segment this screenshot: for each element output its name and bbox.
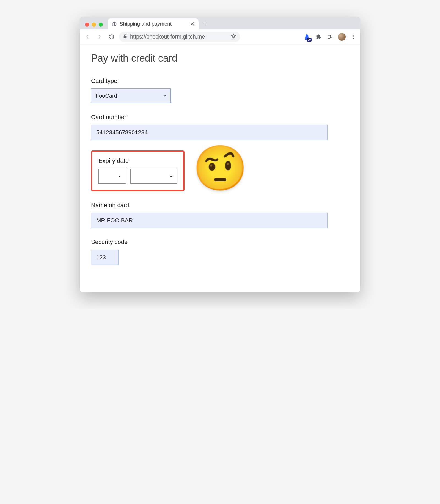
minimize-window-button[interactable]	[92, 23, 96, 27]
security-value: 123	[96, 254, 106, 261]
name-input[interactable]: MR FOO BAR	[91, 213, 328, 228]
tab-strip: Shipping and payment ✕ +	[80, 17, 360, 29]
close-tab-button[interactable]: ✕	[190, 21, 195, 27]
toolbar-right: 90	[303, 33, 357, 41]
bookmark-star-icon[interactable]	[231, 33, 236, 40]
card-number-field: Card number 5412345678901234	[91, 114, 349, 140]
tab-title: Shipping and payment	[120, 21, 172, 27]
reload-button[interactable]	[107, 32, 116, 42]
expiry-highlight-box: Expiry date	[91, 150, 185, 191]
lighthouse-extension-icon[interactable]: 90	[303, 33, 310, 40]
svg-point-1	[353, 35, 354, 35]
expiry-year-select[interactable]	[130, 169, 177, 184]
back-button[interactable]	[83, 32, 92, 42]
name-label: Name on card	[91, 202, 349, 209]
address-bar[interactable]: https://checkout-form.glitch.me	[119, 32, 240, 42]
menu-icon[interactable]	[350, 33, 357, 40]
chevron-down-icon	[163, 93, 167, 99]
svg-point-3	[353, 38, 354, 39]
close-window-button[interactable]	[85, 23, 89, 27]
window-controls	[83, 23, 106, 29]
url-text: https://checkout-form.glitch.me	[130, 34, 205, 40]
chevron-down-icon	[169, 173, 173, 180]
card-type-field: Card type FooCard	[91, 77, 349, 103]
expiry-selects	[98, 169, 177, 184]
browser-chrome: Shipping and payment ✕ + https://checkou…	[80, 17, 360, 44]
browser-tab[interactable]: Shipping and payment ✕	[108, 18, 199, 29]
extensions-icon[interactable]	[315, 33, 322, 40]
name-on-card-field: Name on card MR FOO BAR	[91, 202, 349, 228]
card-type-select[interactable]: FooCard	[91, 88, 171, 103]
reading-list-icon[interactable]	[326, 33, 334, 40]
browser-window: Shipping and payment ✕ + https://checkou…	[80, 17, 360, 292]
profile-avatar[interactable]	[338, 33, 346, 41]
globe-icon	[112, 21, 117, 27]
chevron-down-icon	[118, 173, 122, 180]
card-type-value: FooCard	[96, 93, 117, 99]
expiry-month-select[interactable]	[98, 169, 126, 184]
security-input[interactable]: 123	[91, 250, 119, 265]
security-label: Security code	[91, 239, 349, 246]
forward-button[interactable]	[95, 32, 104, 42]
expiry-label: Expiry date	[98, 157, 177, 165]
card-type-label: Card type	[91, 77, 349, 84]
new-tab-button[interactable]: +	[201, 19, 207, 29]
card-number-label: Card number	[91, 114, 349, 121]
svg-point-2	[353, 36, 354, 37]
lighthouse-badge: 90	[307, 38, 312, 42]
browser-toolbar: https://checkout-form.glitch.me 90	[80, 29, 360, 44]
expiry-wrapper: Expiry date 🤨	[91, 150, 349, 194]
card-number-input[interactable]: 5412345678901234	[91, 125, 328, 140]
page-content: Pay with credit card Card type FooCard C…	[80, 44, 360, 292]
name-value: MR FOO BAR	[96, 217, 133, 224]
raised-eyebrow-emoji: 🤨	[193, 146, 248, 190]
security-code-field: Security code 123	[91, 239, 349, 265]
card-number-value: 5412345678901234	[96, 129, 148, 136]
page-title: Pay with credit card	[91, 53, 349, 64]
lock-icon	[123, 34, 127, 40]
maximize-window-button[interactable]	[99, 23, 103, 27]
